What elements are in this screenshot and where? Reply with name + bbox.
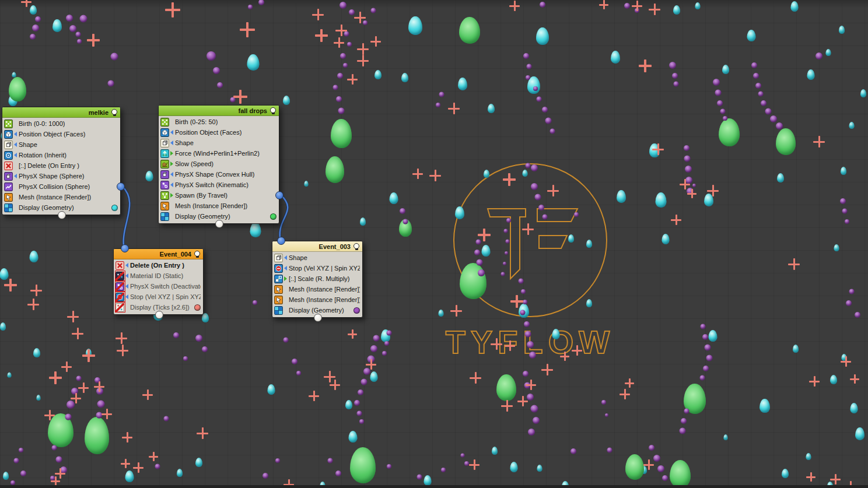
event-node-melkie[interactable]: melkieBirth (0-0: 1000)Position Object (… — [2, 107, 121, 215]
input-pipe-icon — [125, 294, 129, 299]
operator-label: Slow (Speed) — [175, 160, 214, 167]
operator-row-delete[interactable]: [:.] Delete (On Entry ) — [2, 160, 120, 171]
operator-row-shape[interactable]: Shape — [159, 138, 279, 148]
operator-label: Shape — [19, 141, 37, 148]
operator-label: Shape — [289, 254, 307, 261]
operator-row-delete[interactable]: Delete (On Entry ) — [114, 260, 203, 271]
stop-operator-icon — [274, 264, 283, 273]
event-node-fall-drops[interactable]: fall dropsBirth (0-25: 50)Position Objec… — [158, 105, 279, 224]
event-input-socket[interactable] — [121, 244, 129, 252]
operator-row-birth[interactable]: Birth (0-25: 50) — [159, 117, 279, 127]
tyflow-editor-viewport[interactable]: TYFLOW melkieBirth (0-0: 1000)Position O… — [0, 0, 868, 488]
operator-row-position[interactable]: Position Object (Faces) — [159, 127, 279, 138]
operator-row-slow[interactable]: Slow (Speed) — [159, 159, 279, 169]
test-output-socket[interactable] — [117, 182, 125, 191]
pipe-spacer — [125, 305, 129, 310]
operator-row-physx-shape[interactable]: PhysX Shape (Sphere) — [2, 171, 120, 181]
position-operator-icon — [4, 130, 13, 139]
node-title: Event_003 — [319, 243, 351, 250]
operator-row-force[interactable]: Force (Wind+Perlin1+Perlin2) — [159, 148, 279, 159]
node-title: melkie — [89, 109, 108, 116]
output-pipe-icon — [284, 276, 288, 281]
birth-operator-icon — [160, 118, 169, 127]
force-operator-icon — [160, 149, 169, 158]
output-pipe-icon — [170, 193, 174, 198]
material-operator-icon — [116, 272, 124, 280]
mesh-operator-icon — [4, 193, 13, 202]
input-pipe-icon — [170, 141, 174, 145]
node-header[interactable]: fall drops — [159, 106, 279, 116]
node-bottom-socket[interactable] — [314, 314, 322, 322]
node-enabled-bulb-icon[interactable] — [111, 109, 117, 115]
shape-operator-icon — [4, 141, 13, 149]
pipe-spacer — [284, 308, 288, 313]
operator-row-mesh[interactable]: Mesh (Instance [Render]) — [272, 294, 362, 305]
pipe-spacer — [13, 163, 18, 168]
input-pipe-icon — [13, 132, 18, 136]
operator-label: [:.] Delete (On Entry ) — [19, 162, 79, 169]
node-header[interactable]: melkie — [2, 107, 120, 118]
node-bottom-socket[interactable] — [215, 220, 223, 228]
operator-label: PhysX Switch (Kinematic) — [175, 181, 249, 188]
operator-row-birth[interactable]: Birth (0-0: 1000) — [2, 118, 120, 129]
operator-label: Stop (Vel XYZ | Spin XYZ) — [130, 293, 201, 300]
operator-row-mesh[interactable]: Mesh (Instance [Render]) — [272, 284, 362, 294]
display-color-dot[interactable] — [111, 205, 118, 211]
node-enabled-bulb-icon[interactable] — [354, 243, 359, 249]
operator-list: Delete (On Entry )Material ID (Static)Ph… — [114, 259, 203, 314]
operator-row-physx-switch[interactable]: PhysX Switch (Deactivate) — [114, 281, 203, 292]
test-output-socket[interactable] — [275, 191, 284, 199]
operator-row-position[interactable]: Position Object (Faces) — [2, 129, 120, 139]
operator-row-stop[interactable]: Stop (Vel XYZ | Spin XYZ) — [114, 292, 203, 302]
rotation-operator-icon — [4, 151, 13, 160]
stop-operator-icon — [116, 293, 124, 301]
node-enabled-bulb-icon[interactable] — [194, 251, 200, 257]
operator-row-mesh[interactable]: Mesh (Instance [Render]) — [159, 201, 279, 211]
operator-row-rotation[interactable]: Rotation (Inherit) — [2, 150, 120, 160]
viewport-bottom-edge — [0, 485, 868, 488]
shape-operator-icon — [274, 254, 283, 262]
input-pipe-icon — [125, 284, 129, 289]
input-pipe-icon — [170, 130, 174, 135]
operator-row-spawn[interactable]: Spawn (By Travel) — [159, 190, 279, 201]
operator-row-physx-shape[interactable]: PhysX Shape (Convex Hull) — [159, 169, 279, 180]
input-pipe-icon — [125, 273, 129, 278]
operator-list: Birth (0-0: 1000)Position Object (Faces)… — [2, 118, 120, 215]
physx-collision-operator-icon — [4, 182, 13, 191]
input-pipe-icon — [170, 172, 174, 177]
delete-operator-icon — [116, 261, 124, 270]
pipe-spacer — [170, 214, 174, 219]
event-input-socket[interactable] — [277, 237, 285, 245]
position-operator-icon — [160, 128, 169, 137]
display-color-dot[interactable] — [354, 307, 360, 314]
operator-row-stop[interactable]: Stop (Vel XYZ | Spin XYZ) — [272, 263, 362, 273]
delete-operator-icon — [4, 162, 13, 170]
mesh-operator-icon — [160, 202, 169, 210]
output-pipe-icon — [170, 151, 174, 156]
display-color-dot[interactable] — [194, 304, 201, 311]
spawn-operator-icon — [160, 191, 169, 200]
operator-row-shape[interactable]: Shape — [2, 139, 120, 150]
event-node-Event_004[interactable]: Event_004Delete (On Entry )Material ID (… — [113, 248, 204, 315]
operator-label: Mesh (Instance [Render]) — [289, 296, 360, 303]
physx-shape-operator-icon — [160, 170, 169, 179]
display-operator-icon — [4, 203, 13, 212]
display-color-dot[interactable] — [270, 213, 276, 220]
operator-row-material[interactable]: Material ID (Static) — [114, 271, 203, 281]
node-title: fall drops — [238, 107, 267, 114]
operator-row-shape[interactable]: Shape — [272, 252, 362, 263]
operator-row-scale[interactable]: [:.] Scale (R. Multiply) — [272, 273, 362, 284]
pipe-spacer — [170, 120, 174, 124]
node-bottom-socket[interactable] — [58, 211, 66, 219]
node-bottom-socket[interactable] — [155, 311, 163, 319]
operator-label: Rotation (Inherit) — [19, 152, 66, 159]
operator-row-physx-switch[interactable]: PhysX Switch (Kinematic) — [159, 180, 279, 190]
operator-row-physx-collision[interactable]: PhysX Collision (Sphere) — [2, 181, 120, 192]
mesh-operator-icon — [274, 285, 283, 294]
pipe-spacer — [284, 287, 288, 292]
operator-row-mesh[interactable]: Mesh (Instance [Render]) — [2, 192, 120, 202]
operator-label: Display (Ticks [x2.6]) — [130, 304, 190, 311]
node-header[interactable]: Event_003 — [272, 241, 362, 252]
node-enabled-bulb-icon[interactable] — [270, 107, 276, 113]
event-node-Event_003[interactable]: Event_003ShapeStop (Vel XYZ | Spin XYZ)[… — [272, 241, 363, 318]
